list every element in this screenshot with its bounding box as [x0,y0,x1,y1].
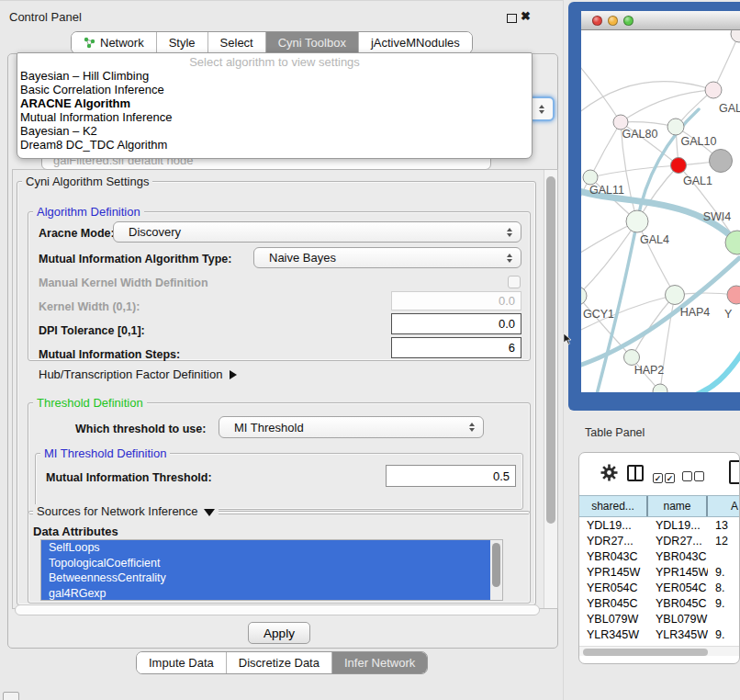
minimized-panel-icon[interactable] [3,692,19,700]
node-GAL1[interactable] [671,158,687,174]
network-edge[interactable] [688,352,740,392]
algorithm-option[interactable]: Mutual Information Inference [20,110,529,124]
network-edge[interactable] [590,122,621,177]
table-cell: YBR043C [648,550,708,563]
tab-jactivemnodules[interactable]: jActiveMNodules [358,32,472,53]
table-cell: YER054C [648,581,708,594]
select-all-columns-icon[interactable]: ✓✓ [653,469,677,485]
network-edge[interactable] [581,296,632,357]
table-row[interactable]: YBL079WYBL079W [579,611,740,627]
attribute-list-item[interactable]: SelfLoops [41,540,492,556]
tab-select[interactable]: Select [207,32,265,53]
node-gray[interactable] [710,150,733,173]
table-horizontal-scrollbar[interactable] [579,646,739,656]
column-header-name[interactable]: name [648,496,708,516]
scrollbar-thumb[interactable] [546,176,555,524]
mi-threshold-field[interactable]: 0.5 [386,465,516,487]
table-cell: YPR145W [579,566,648,579]
table-row[interactable]: YDR27...YDR27...12 [579,533,740,548]
kernel-width-field[interactable]: 0.0 [391,291,521,310]
gear-icon[interactable] [600,464,618,481]
algorithm-option[interactable]: Basic Correlation Inference [20,83,529,96]
scrollbar-thumb[interactable] [583,649,708,656]
tab-label: Discretize Data [239,656,320,670]
network-canvas[interactable]: GALGAL80GAL10GAL1GAL11GAL4SWI4GCY1HAP4YH… [581,30,740,392]
data-attributes-list[interactable]: SelfLoopsTopologicalCoefficientBetweenne… [40,539,503,601]
import-table-icon[interactable] [729,460,740,484]
node-gal-partial[interactable] [705,82,722,98]
tab-cyni-toolbox[interactable]: Cyni Toolbox [265,32,358,53]
vertical-scrollbar[interactable] [544,170,557,608]
node-label-GAL1: GAL1 [683,175,712,187]
popup-hint: Select algorithm to view settings [17,55,532,69]
node-GAL10[interactable] [667,119,684,135]
sources-header[interactable]: Sources for Network Inference [33,504,219,518]
dpi-tolerance-field[interactable]: 0.0 [391,313,521,334]
algorithm-dropdown-popup: Select algorithm to view settings Bayesi… [17,52,533,159]
hub-section-header[interactable]: Hub/Transcription Factor Definition [39,367,237,381]
list-scrollbar[interactable] [490,540,502,600]
which-threshold-combo[interactable]: MI Threshold [219,416,484,438]
network-view-window[interactable]: GALGAL80GAL10GAL1GAL11GAL4SWI4GCY1HAP4YH… [568,2,740,411]
table-row[interactable]: YLR345WYLR345W9. [579,627,740,642]
manual-kernel-checkbox[interactable] [508,276,521,288]
node-Y-partial[interactable] [727,286,740,304]
node-label-GAL10: GAL10 [681,135,717,148]
manual-kernel-label: Manual Kernel Width Definition [39,277,208,289]
network-edge[interactable] [581,62,621,122]
zoom-traffic-light-icon[interactable] [623,16,633,26]
network-edge[interactable] [590,165,678,177]
mi-type-label: Mutual Information Algorithm Type: [39,253,231,265]
mi-steps-field[interactable]: 6 [391,337,521,358]
tab-infer-network[interactable]: Infer Network [331,652,427,673]
close-icon[interactable]: ✖ [521,9,531,23]
node-top-partial[interactable] [731,30,740,42]
network-edge[interactable] [637,221,675,295]
float-window-icon[interactable] [507,14,517,23]
node-HAP4[interactable] [666,286,685,305]
table-row[interactable]: YBR043CYBR043C [579,548,740,564]
algorithm-option[interactable]: Bayesian – K2 [20,124,529,138]
tab-style[interactable]: Style [156,32,207,53]
deselect-all-columns-icon[interactable] [682,469,706,485]
column-header-shared[interactable]: shared... [579,496,648,516]
table-row[interactable]: YPR145WYPR145W9. [579,564,740,580]
node-GCY1[interactable] [581,287,587,305]
apply-button[interactable]: Apply [248,622,310,644]
node-label-HAP2: HAP2 [634,364,665,377]
aracne-mode-combo[interactable]: Discovery [113,221,521,243]
attribute-list-item[interactable]: gal4RGexp [41,586,492,602]
tab-impute-data[interactable]: Impute Data [137,652,226,673]
column-browser-icon[interactable] [627,465,644,481]
node-GAL4[interactable] [626,210,648,232]
tab-network[interactable]: Network [72,32,156,53]
aracne-mode-label: Aracne Mode: [39,227,115,240]
table-row[interactable]: YER054CYER054C8. [579,580,740,595]
column-header-A[interactable]: A [708,496,740,516]
horizontal-scrollbar[interactable] [15,604,540,615]
close-traffic-light-icon[interactable] [592,16,602,26]
node-HAP2[interactable] [624,350,640,366]
algorithm-option[interactable]: Dream8 DC_TDC Algorithm [20,138,529,152]
table-panel: ✓✓ shared...nameA YDL19...YDL19...13YDR2… [578,452,740,664]
application-window: Control Panel ✖ NetworkStyleSelectCyni T… [0,0,740,700]
algorithm-option[interactable]: ARACNE Algorithm [20,96,529,110]
attribute-list-item[interactable]: BetweennessCentrality [41,570,492,586]
network-edge[interactable] [713,34,739,90]
minimize-traffic-light-icon[interactable] [608,16,618,26]
which-threshold-value: MI Threshold [234,421,304,435]
dock-divider[interactable] [563,0,564,700]
node-label-GAL11: GAL11 [589,184,624,197]
attribute-list-item[interactable]: TopologicalCoefficient [41,556,492,571]
network-edge[interactable] [621,90,713,122]
scrollbar-thumb[interactable] [492,543,500,587]
node-GAL11[interactable] [583,170,598,185]
window-titlebar[interactable] [581,11,740,30]
table-row[interactable]: YDL19...YDL19...13 [579,517,740,533]
table-row[interactable]: YBR045CYBR045C9. [579,595,740,611]
table-cell: YDL19... [579,519,648,532]
expanded-arrow-icon [204,509,215,516]
tab-discretize-data[interactable]: Discretize Data [226,652,331,673]
algorithm-option[interactable]: Bayesian – Hill Climbing [20,69,529,83]
mi-type-combo[interactable]: Naive Bayes [253,247,521,268]
